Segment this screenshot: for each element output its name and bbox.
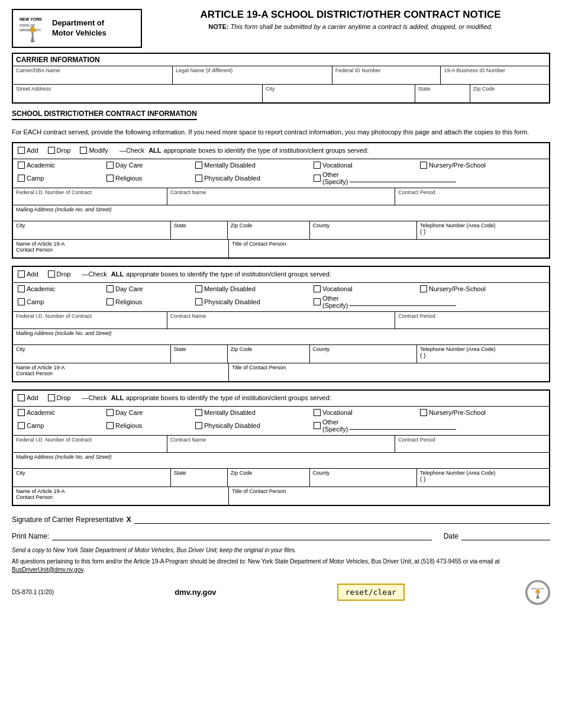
fed-contract-row-1: Federal I.D. Number of Contract Contract… xyxy=(13,188,549,205)
tel-value-2[interactable]: ( ) xyxy=(420,352,546,359)
cb-drop-2[interactable] xyxy=(48,270,55,278)
cb-add-label-3: Add xyxy=(27,394,38,401)
footer-bottom: DS-870.1 (1/20) dmv.ny.gov reset/clear N… xyxy=(12,580,550,605)
name-19a-label-2: Name of Article 19-AContact Person xyxy=(16,365,225,376)
mailing-row-2: Mailing Address (Include No. and Street) xyxy=(13,329,549,345)
cb-camp-3: Camp xyxy=(18,418,99,433)
cb-nursery-3: Nursery/Pre-School xyxy=(420,409,531,416)
footer-questions: All questions pertaining to this form an… xyxy=(12,558,550,574)
cb-add-2[interactable] xyxy=(18,270,25,278)
mailing-label-1: Mailing Address (Include No. and Street) xyxy=(16,207,546,212)
date-underline[interactable] xyxy=(461,530,550,540)
mailing-value-2[interactable] xyxy=(16,336,546,343)
carrier-fed-value[interactable] xyxy=(335,73,438,82)
specify-line-2[interactable] xyxy=(350,298,456,306)
cb-line-1: Add Drop Modify —Check ALL appropriate b… xyxy=(18,147,544,154)
ny-state-seal: NEW YORK STATE xyxy=(525,580,550,605)
title-contact-cell-1: Title of Contact Person xyxy=(229,240,549,257)
zip-cell-3: Zip Code xyxy=(228,469,310,487)
cb-area-2: Add Drop —Check ALL appropriate boxes to… xyxy=(13,267,549,283)
cb-drop-3[interactable] xyxy=(48,394,55,401)
cb-add-3[interactable] xyxy=(18,394,25,401)
city-label-2: City xyxy=(16,346,167,352)
svg-text:NEW YORK: NEW YORK xyxy=(20,17,42,21)
cb-add-group-1: Add xyxy=(18,147,38,154)
carrier-zip-value[interactable] xyxy=(473,92,546,101)
contact-row-3: Name of Article 19-AContact Person Title… xyxy=(13,487,549,505)
addr-row-3: City State Zip Code County Telephone Num… xyxy=(13,469,549,487)
carrier-19a-label: 19-A Business ID Number xyxy=(444,67,546,73)
print-date-row: Print Name: Date xyxy=(12,530,550,540)
county-label-2: County xyxy=(313,346,414,352)
mailing-row-1: Mailing Address (Include No. and Street) xyxy=(13,205,549,221)
carrier-dba-value[interactable] xyxy=(16,73,169,82)
mailing-value-1[interactable] xyxy=(16,212,546,220)
carrier-row-1: Carrier/DBA Name Legal Name (if differen… xyxy=(13,66,549,85)
cb-religious-1: Religious xyxy=(106,171,188,185)
addr-row-2: City State Zip Code County Telephone Num… xyxy=(13,345,549,363)
contract-period-label-3: Contract Period xyxy=(398,437,546,443)
cb-vocational-3: Vocational xyxy=(314,409,413,416)
cb-add-1[interactable] xyxy=(18,147,25,154)
footer-email-link[interactable]: BusDriverUnit@dmv.ny.gov xyxy=(12,566,83,573)
tel-cell-1: Telephone Number (Area Code) ( ) xyxy=(417,221,549,239)
dept-line2: Motor Vehicles xyxy=(52,28,106,38)
footer-send-copy: Send a copy to New York State Department… xyxy=(12,546,550,555)
logo-text: Department of Motor Vehicles xyxy=(52,18,106,38)
date-label: Date xyxy=(444,532,458,540)
dept-line1: Department of xyxy=(52,18,106,28)
reset-clear-button[interactable]: reset/clear xyxy=(337,584,405,601)
carrier-city-label: City xyxy=(266,86,412,92)
sig-underline[interactable] xyxy=(134,513,550,524)
zip-label-3: Zip Code xyxy=(231,470,306,476)
carrier-street-label: Street Address xyxy=(16,86,259,92)
cb-mentally-1: Mentally Disabled xyxy=(195,162,306,169)
cb-add-group-2: Add xyxy=(18,270,38,278)
name-19a-cell-2: Name of Article 19-AContact Person xyxy=(13,363,229,381)
contract-period-field-3: Contract Period xyxy=(395,436,549,452)
carrier-19a-value[interactable] xyxy=(444,73,546,82)
cb-camp-2: Camp xyxy=(18,295,99,309)
footer-email-suffix: . xyxy=(83,566,85,573)
tel-value-3[interactable]: ( ) xyxy=(420,476,546,482)
cb-modify-1[interactable] xyxy=(80,147,87,154)
carrier-zip-cell: Zip Code xyxy=(470,85,549,102)
contract-name-field-1: Contract Name xyxy=(167,188,396,205)
tel-value-1[interactable]: ( ) xyxy=(420,228,546,235)
cb-daycare-2: Day Care xyxy=(106,285,188,292)
carrier-info-title: CARRIER INFORMATION xyxy=(13,54,549,66)
all-label-1: ALL xyxy=(148,147,161,154)
carrier-legal-value[interactable] xyxy=(176,73,329,82)
carrier-state-value[interactable] xyxy=(418,92,467,101)
city-cell-2: City xyxy=(13,345,171,363)
name-19a-label-3: Name of Article 19-AContact Person xyxy=(16,488,225,500)
cb-vocational-1: Vocational xyxy=(314,162,413,169)
svg-point-6 xyxy=(30,27,35,33)
specify-line-1[interactable] xyxy=(350,174,456,182)
cb-drop-group-3: Drop xyxy=(48,394,71,401)
cb-add-group-3: Add xyxy=(18,394,38,401)
city-cell-3: City xyxy=(13,469,171,487)
cb-other-3: Other (Specify) xyxy=(314,418,413,433)
print-underline[interactable] xyxy=(52,530,431,540)
cb-drop-label-3: Drop xyxy=(57,394,71,401)
carrier-city-value[interactable] xyxy=(266,92,412,101)
cb-academic-3: Academic xyxy=(18,409,99,416)
carrier-street-value[interactable] xyxy=(16,92,259,101)
cb-daycare-1: Day Care xyxy=(106,162,188,169)
cb-drop-1[interactable] xyxy=(48,147,55,154)
state-label-3: State xyxy=(174,470,224,476)
specify-line-3[interactable] xyxy=(350,421,456,430)
cb-area-1: Add Drop Modify —Check ALL appropriate b… xyxy=(13,143,549,159)
footer-send-copy-text: Send a copy to New York State Department… xyxy=(12,547,296,553)
contract-blocks-container: Add Drop Modify —Check ALL appropriate b… xyxy=(12,142,550,506)
cb-add-label-2: Add xyxy=(27,270,38,278)
county-label-3: County xyxy=(313,470,414,476)
fed-id-label-1: Federal I.D. Number of Contract xyxy=(16,189,164,195)
tel-label-3: Telephone Number (Area Code) xyxy=(420,470,546,476)
contract-block-2: Add Drop —Check ALL appropriate boxes to… xyxy=(12,266,550,382)
contract-block-3: Add Drop —Check ALL appropriate boxes to… xyxy=(12,389,550,506)
cb-physically-1: Physically Disabled xyxy=(195,171,306,185)
mailing-value-3[interactable] xyxy=(16,460,546,467)
carrier-legal-cell: Legal Name (if different) xyxy=(173,66,332,84)
